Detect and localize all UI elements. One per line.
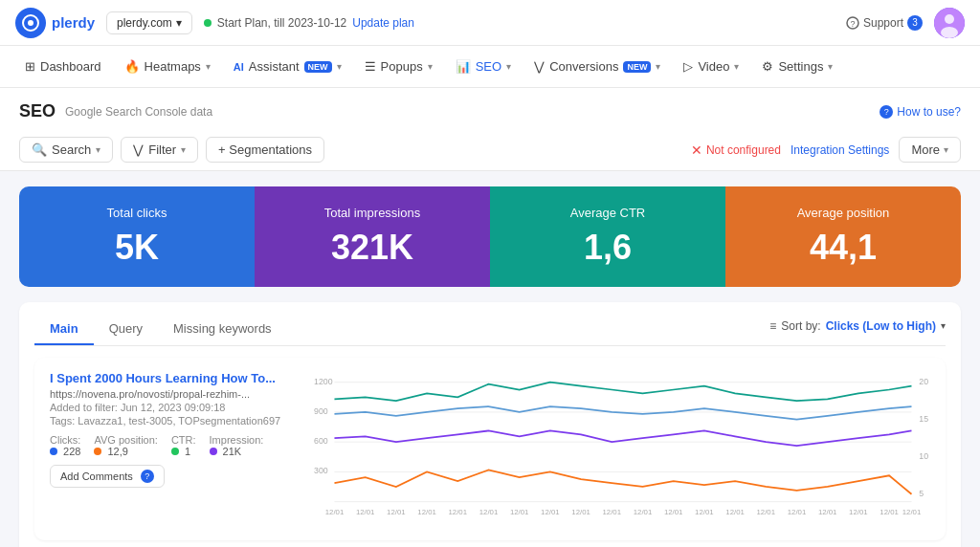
svg-text:12/01: 12/01 bbox=[356, 508, 375, 516]
svg-text:15: 15 bbox=[919, 414, 928, 424]
assistant-badge: NEW bbox=[304, 61, 332, 73]
stats-row: Total clicks 5K Total impressions 321K A… bbox=[19, 186, 961, 287]
avatar-image bbox=[934, 8, 965, 38]
svg-text:12/01: 12/01 bbox=[849, 508, 868, 516]
popups-icon: ☰ bbox=[365, 59, 376, 74]
comment-help-icon: ? bbox=[141, 470, 154, 483]
stat-position-label: Average position bbox=[748, 206, 938, 220]
svg-text:12/01: 12/01 bbox=[479, 508, 499, 516]
svg-text:12/01: 12/01 bbox=[725, 508, 745, 516]
dashboard-icon: ⊞ bbox=[25, 59, 35, 74]
domain-selector[interactable]: plerdy.com ▾ bbox=[106, 11, 192, 34]
metric-ctr-label: CTR: bbox=[171, 434, 196, 446]
filter-button[interactable]: ⋁ Filter ▾ bbox=[121, 137, 198, 163]
nav-item-settings[interactable]: ⚙ Settings ▾ bbox=[752, 54, 842, 79]
video-chevron-icon: ▾ bbox=[734, 61, 739, 72]
stat-total-impressions: Total impressions 321K bbox=[255, 186, 490, 287]
nav-item-seo[interactable]: 📊 SEO ▾ bbox=[446, 54, 521, 79]
domain-value: plerdy.com bbox=[117, 16, 172, 30]
ctr-dot bbox=[171, 448, 179, 455]
plan-status-dot bbox=[204, 19, 212, 27]
how-to-use-link[interactable]: ? How to use? bbox=[880, 105, 961, 119]
more-button[interactable]: More ▾ bbox=[899, 137, 961, 163]
page-subtitle: Google Search Console data bbox=[65, 105, 212, 119]
nav-label-popups: Popups bbox=[381, 59, 423, 74]
tab-missing-keywords[interactable]: Missing keywords bbox=[158, 314, 287, 345]
metric-impression: Impression: 21K bbox=[210, 434, 264, 457]
result-added-1: Added to filter: Jun 12, 2023 09:09:18 bbox=[50, 402, 299, 413]
page-header: SEO Google Search Console data ? How to … bbox=[0, 88, 980, 129]
stat-total-clicks: Total clicks 5K bbox=[19, 186, 255, 287]
settings-chevron-icon: ▾ bbox=[828, 61, 833, 72]
settings-icon: ⚙ bbox=[762, 59, 773, 74]
svg-text:12/01: 12/01 bbox=[902, 508, 922, 516]
search-label: Search bbox=[52, 142, 91, 157]
conversions-badge: NEW bbox=[623, 61, 651, 73]
svg-text:12/01: 12/01 bbox=[788, 508, 807, 516]
result-url-1: https://novena.pro/novosti/propal-rezhim… bbox=[50, 388, 279, 400]
nav-item-conversions[interactable]: ⋁ Conversions NEW ▾ bbox=[524, 54, 670, 79]
search-button[interactable]: 🔍 Search ▾ bbox=[19, 137, 113, 163]
error-icon: ✕ bbox=[691, 142, 702, 158]
svg-text:12/01: 12/01 bbox=[634, 508, 653, 516]
not-configured-status: ✕ Not configured bbox=[691, 142, 781, 158]
support-icon: ? bbox=[846, 16, 859, 30]
avg-pos-dot bbox=[94, 448, 101, 455]
integration-settings-link[interactable]: Integration Settings bbox=[791, 143, 889, 157]
metric-impression-value: 21K bbox=[223, 446, 242, 457]
sort-value: Clicks (Low to High) bbox=[826, 319, 936, 333]
nav-item-assistant[interactable]: AI Assistant NEW ▾ bbox=[224, 54, 351, 79]
main-content: Main Query Missing keywords ≡ Sort by: C… bbox=[19, 302, 961, 547]
logo-icon bbox=[15, 8, 46, 38]
add-comment-button[interactable]: Add Comments ? bbox=[50, 465, 165, 488]
tab-missing-keywords-label: Missing keywords bbox=[173, 321, 272, 336]
svg-text:12/01: 12/01 bbox=[757, 508, 776, 516]
tab-query-label: Query bbox=[109, 321, 143, 336]
nav-item-video[interactable]: ▷ Video ▾ bbox=[674, 54, 748, 79]
stat-impressions-value: 321K bbox=[278, 228, 467, 268]
tabs-inner: Main Query Missing keywords ≡ Sort by: C… bbox=[19, 302, 961, 547]
metric-impression-label: Impression: bbox=[210, 434, 264, 446]
tab-main[interactable]: Main bbox=[34, 314, 94, 345]
scroll-area: SEO Google Search Console data ? How to … bbox=[0, 88, 980, 547]
svg-text:600: 600 bbox=[314, 436, 328, 446]
stat-avg-position: Average position 44,1 bbox=[725, 186, 961, 287]
assistant-icon: AI bbox=[234, 61, 244, 73]
topbar: plerdy plerdy.com ▾ Start Plan, till 202… bbox=[0, 0, 980, 46]
support-button[interactable]: ? Support 3 bbox=[846, 15, 923, 31]
metric-avg-pos-label: AVG position: bbox=[94, 434, 157, 446]
tab-query[interactable]: Query bbox=[94, 314, 158, 345]
tabs-row: Main Query Missing keywords ≡ Sort by: C… bbox=[34, 302, 946, 346]
more-chevron-icon: ▾ bbox=[944, 144, 948, 155]
svg-text:12/01: 12/01 bbox=[880, 508, 899, 516]
update-plan-link[interactable]: Update plan bbox=[352, 16, 414, 30]
support-label: Support bbox=[863, 16, 903, 30]
chart-area-1: 1200 900 600 300 20 15 10 5 bbox=[314, 371, 930, 527]
clicks-dot bbox=[50, 448, 57, 455]
svg-text:12/01: 12/01 bbox=[387, 508, 406, 516]
filter-label: Filter bbox=[148, 142, 176, 157]
nav-label-settings: Settings bbox=[778, 59, 823, 74]
plan-text: Start Plan, till 2023-10-12 bbox=[217, 16, 346, 30]
assistant-chevron-icon: ▾ bbox=[337, 61, 342, 72]
metric-clicks-label: Clicks: bbox=[50, 434, 80, 446]
metric-ctr-value: 1 bbox=[185, 446, 190, 457]
question-circle-icon: ? bbox=[880, 105, 893, 119]
segmentations-label: + Segmentations bbox=[218, 142, 312, 157]
heatmaps-chevron-icon: ▾ bbox=[206, 61, 211, 72]
popups-chevron-icon: ▾ bbox=[428, 61, 433, 72]
segmentations-button[interactable]: + Segmentations bbox=[206, 137, 324, 163]
nav-item-popups[interactable]: ☰ Popups ▾ bbox=[355, 54, 442, 79]
toolbar: 🔍 Search ▾ ⋁ Filter ▾ + Segmentations ✕ … bbox=[0, 129, 980, 171]
avatar[interactable] bbox=[934, 8, 965, 38]
not-configured-label: Not configured bbox=[706, 143, 781, 157]
nav-item-dashboard[interactable]: ⊞ Dashboard bbox=[15, 54, 111, 79]
line-chart-1: 1200 900 600 300 20 15 10 5 bbox=[314, 371, 930, 524]
tabs: Main Query Missing keywords bbox=[34, 314, 287, 345]
sort-area[interactable]: ≡ Sort by: Clicks (Low to High) ▾ bbox=[769, 319, 946, 340]
sort-chevron-icon: ▾ bbox=[941, 320, 946, 331]
logo[interactable]: plerdy bbox=[15, 8, 95, 38]
result-title-1[interactable]: I Spent 2000 Hours Learning How To... bbox=[50, 371, 299, 385]
filter-chevron-icon: ▾ bbox=[181, 144, 186, 155]
nav-item-heatmaps[interactable]: 🔥 Heatmaps ▾ bbox=[115, 54, 220, 79]
